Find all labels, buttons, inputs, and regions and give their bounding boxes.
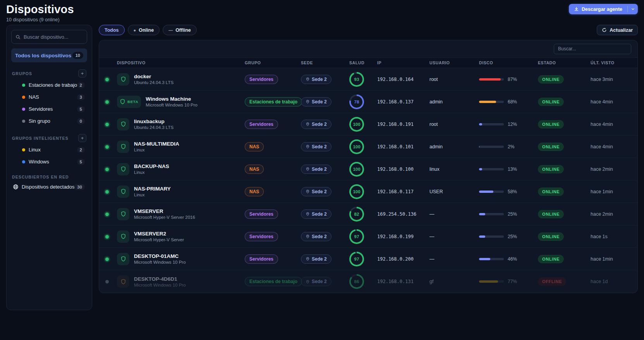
shield-icon: BETA xyxy=(117,96,141,108)
sidebar-item-all-devices[interactable]: Todos los dispositivos 10 xyxy=(11,48,87,62)
location-pin-icon xyxy=(306,189,310,194)
column-header: DISCO xyxy=(479,60,538,65)
device-name[interactable]: docker xyxy=(134,74,173,79)
group-badge[interactable]: Servidores xyxy=(245,209,278,219)
table-row[interactable]: docker Ubuntu 24.04.3 LTS Servidores Sed… xyxy=(99,68,637,91)
site-badge[interactable]: Sede 2 xyxy=(301,165,331,174)
device-user: — xyxy=(429,234,479,239)
status-dot xyxy=(105,235,109,239)
sidebar-item-estaciones-de-trabajo[interactable]: Estaciones de trabajo 2 xyxy=(11,79,87,91)
disk-usage-percent: 77% xyxy=(508,279,517,284)
health-ring: 78 xyxy=(349,94,364,109)
site-badge[interactable]: Sede 2 xyxy=(301,120,331,129)
site-badge[interactable]: Sede 2 xyxy=(301,142,331,151)
group-badge[interactable]: Servidores xyxy=(245,75,278,84)
column-header: USUARIO xyxy=(429,60,479,65)
device-name[interactable]: NAS-PRIMARY xyxy=(134,186,171,192)
site-badge[interactable]: Sede 2 xyxy=(301,75,331,84)
shield-icon xyxy=(117,185,129,198)
device-name[interactable]: DESKTOP-01AMC xyxy=(134,253,186,259)
download-agent-dropdown[interactable] xyxy=(628,4,638,14)
sidebar-item-linux[interactable]: Linux 2 xyxy=(11,144,87,156)
group-color-dot xyxy=(22,84,25,87)
device-ip: 192.168.0.101 xyxy=(377,144,429,149)
sidebar-item-windows[interactable]: Windows 5 xyxy=(11,156,87,168)
device-name[interactable]: BACKUP-NAS xyxy=(134,163,169,169)
group-badge[interactable]: NAS xyxy=(245,142,264,151)
disk-usage-bar xyxy=(479,258,504,260)
sidebar-section-title: GRUPOS INTELIGENTES xyxy=(12,136,69,141)
group-badge[interactable]: Servidores xyxy=(245,254,278,264)
device-name[interactable]: Windows Machine xyxy=(146,96,197,102)
device-name[interactable]: VMSERVER xyxy=(134,208,195,214)
filter-todos[interactable]: Todos xyxy=(99,25,125,35)
site-badge[interactable]: Sede 2 xyxy=(301,97,331,106)
filter-label: Offline xyxy=(175,27,191,33)
sidebar-section-header: GRUPOS + xyxy=(12,69,86,77)
download-agent-button[interactable]: Descargar agente xyxy=(569,4,638,14)
shield-icon xyxy=(117,73,129,86)
site-badge[interactable]: Sede 2 xyxy=(301,209,331,219)
sidebar-item-count: 5 xyxy=(77,159,85,165)
table-toolbar xyxy=(99,40,637,57)
filter-online[interactable]: ● Online xyxy=(128,25,160,35)
site-badge[interactable]: Sede 2 xyxy=(301,277,331,286)
location-pin-icon xyxy=(306,257,310,261)
sidebar-item-servidores[interactable]: Servidores 5 xyxy=(11,103,87,115)
health-score: 78 xyxy=(351,96,362,108)
refresh-button[interactable]: Actualizar xyxy=(597,25,638,35)
device-name[interactable]: linuxbackup xyxy=(134,118,173,124)
table-row[interactable]: DESKTOP-4D6D1 Microsoft Windows 10 Pro E… xyxy=(99,270,637,293)
group-badge[interactable]: Estaciones de trabajo xyxy=(245,97,302,106)
table-row[interactable]: NAS-MULTIMEDIA Linux NAS Sede 2 100 192.… xyxy=(99,136,637,158)
table-row[interactable]: NAS-PRIMARY Linux NAS Sede 2 100 192.168… xyxy=(99,180,637,203)
globe-icon xyxy=(13,184,19,190)
device-os: Microsoft Windows 10 Pro xyxy=(134,260,186,264)
sidebar-search-input[interactable] xyxy=(24,34,83,40)
status-dot xyxy=(105,258,109,261)
disk-usage-percent: 25% xyxy=(508,234,517,239)
group-badge[interactable]: NAS xyxy=(245,187,264,196)
table-search-input[interactable] xyxy=(554,44,631,54)
device-user: — xyxy=(429,211,479,217)
sidebar-item-dispositivos-detectados[interactable]: Dispositivos detectados 30 xyxy=(11,181,87,193)
site-label: Sede 2 xyxy=(312,167,327,172)
table-row[interactable]: DESKTOP-01AMC Microsoft Windows 10 Pro S… xyxy=(99,248,637,270)
group-badge[interactable]: Servidores xyxy=(245,120,278,129)
status-dot xyxy=(105,280,109,283)
health-ring: 97 xyxy=(349,229,364,244)
device-ip: 192.168.0.200 xyxy=(377,256,429,262)
page-header: Dispositivos 10 dispositivos (9 online) … xyxy=(0,0,644,25)
device-name[interactable]: NAS-MULTIMEDIA xyxy=(134,141,179,147)
sidebar-section-header: DESCUBIERTOS EN RED xyxy=(12,175,86,179)
table-row[interactable]: BETA Windows Machine Microsoft Windows 1… xyxy=(99,91,637,113)
add-group-button[interactable]: + xyxy=(78,134,86,142)
table-row[interactable]: BACKUP-NAS Linux NAS Sede 2 100 192.168.… xyxy=(99,158,637,180)
add-group-button[interactable]: + xyxy=(78,69,86,77)
status-dot xyxy=(105,123,109,126)
site-badge[interactable]: Sede 2 xyxy=(301,187,331,196)
table-row[interactable]: VMSERVER2 Microsoft Hyper-V Server Servi… xyxy=(99,225,637,248)
filter-offline[interactable]: — Offline xyxy=(163,25,197,35)
site-label: Sede 2 xyxy=(312,77,327,82)
site-label: Sede 2 xyxy=(312,122,327,127)
table-row[interactable]: linuxbackup Ubuntu 24.04.3 LTS Servidore… xyxy=(99,113,637,136)
device-ip: 192.168.0.131 xyxy=(377,279,429,284)
table-row[interactable]: VMSERVER Microsoft Hyper-V Server 2016 S… xyxy=(99,203,637,225)
group-badge[interactable]: Estaciones de trabajo xyxy=(245,277,302,286)
group-badge[interactable]: NAS xyxy=(245,165,264,174)
sidebar-item-label: Estaciones de trabajo xyxy=(29,82,77,88)
sidebar-item-sin-grupo[interactable]: Sin grupo 0 xyxy=(11,115,87,127)
device-name[interactable]: DESKTOP-4D6D1 xyxy=(134,276,186,282)
device-ip: 192.168.0.191 xyxy=(377,122,429,127)
last-seen: hace 1s xyxy=(591,234,631,239)
sidebar-item-nas[interactable]: NAS 3 xyxy=(11,91,87,103)
column-header: ÚLT. VISTO xyxy=(591,60,631,65)
sidebar: Todos los dispositivos 10 GRUPOS + Estac… xyxy=(6,25,92,310)
site-badge[interactable]: Sede 2 xyxy=(301,254,331,264)
filter-label: Online xyxy=(139,27,154,33)
group-badge[interactable]: Servidores xyxy=(245,232,278,241)
site-badge[interactable]: Sede 2 xyxy=(301,232,331,241)
shield-icon xyxy=(117,230,129,243)
device-name[interactable]: VMSERVER2 xyxy=(134,231,184,237)
